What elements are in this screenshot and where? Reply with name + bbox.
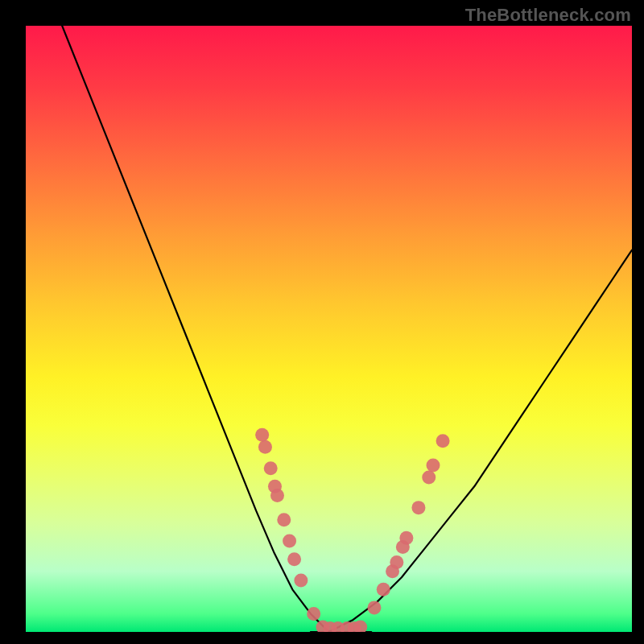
bottleneck-curve bbox=[62, 26, 632, 632]
data-point bbox=[255, 428, 269, 442]
data-point bbox=[258, 440, 272, 454]
chart-frame: TheBottleneck.com bbox=[0, 0, 644, 644]
data-point bbox=[411, 501, 425, 514]
data-point bbox=[270, 489, 284, 502]
data-point bbox=[390, 555, 403, 569]
data-point bbox=[367, 601, 381, 614]
data-point bbox=[377, 583, 390, 597]
plot-area bbox=[26, 26, 632, 632]
data-point bbox=[294, 574, 308, 588]
marker-layer bbox=[255, 428, 449, 632]
watermark-text: TheBottleneck.com bbox=[465, 5, 631, 26]
data-point bbox=[287, 552, 301, 566]
data-point bbox=[399, 531, 413, 545]
chart-overlay bbox=[26, 26, 632, 632]
data-point bbox=[436, 434, 450, 448]
data-point bbox=[277, 513, 291, 526]
data-point bbox=[427, 458, 440, 472]
data-point bbox=[422, 470, 436, 484]
curve-layer bbox=[62, 26, 632, 632]
data-point bbox=[264, 461, 278, 475]
data-point bbox=[283, 535, 296, 548]
data-point bbox=[307, 607, 320, 621]
